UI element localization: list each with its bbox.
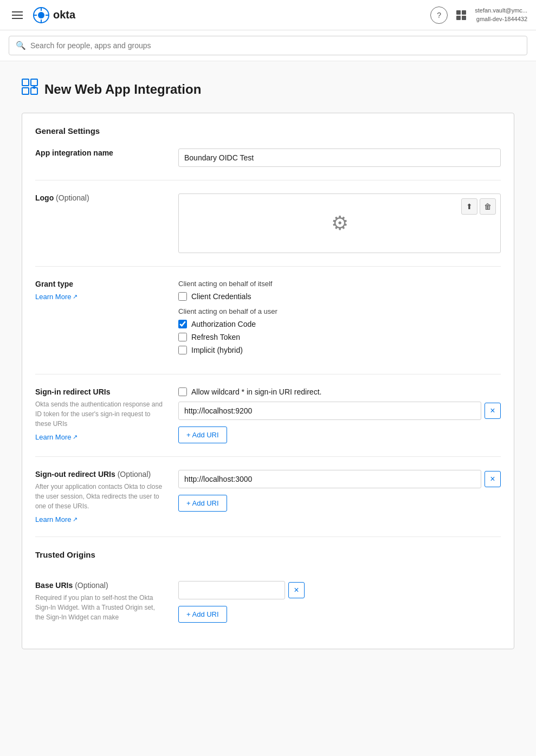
signin-redirect-label-col: Sign-in redirect URIs Okta sends the aut…	[35, 387, 165, 441]
logo-label-col: Logo (Optional)	[35, 193, 165, 202]
base-add-uri-button[interactable]: + Add URI	[178, 606, 227, 623]
signout-uri-input[interactable]	[178, 470, 481, 488]
signin-redirect-learn-more[interactable]: Learn More ↗	[35, 433, 78, 441]
app-name-label: App integration name	[35, 148, 165, 157]
implicit-label: Implicit (hybrid)	[191, 346, 243, 354]
signin-redirect-label: Sign-in redirect URIs	[35, 387, 165, 396]
app-name-row: App integration name	[35, 148, 501, 167]
logo-label: Logo (Optional)	[35, 193, 165, 202]
question-mark-icon: ?	[437, 11, 441, 20]
external-link-icon: ↗	[73, 293, 78, 300]
client-credentials-label: Client Credentials	[191, 292, 251, 301]
signin-add-uri-button[interactable]: + Add URI	[178, 427, 227, 443]
grant-user-behalf-label: Client acting on behalf of a user	[178, 307, 501, 315]
grant-type-label: Grant type	[35, 280, 165, 288]
grant-type-learn-more[interactable]: Learn More ↗	[35, 293, 78, 301]
user-email: stefan.vault@ymc...	[475, 7, 527, 15]
logo-delete-button[interactable]: 🗑	[480, 198, 496, 215]
svg-rect-8	[22, 88, 29, 94]
search-input[interactable]	[30, 41, 520, 50]
wildcard-checkbox[interactable]	[178, 387, 187, 396]
page-title-icon	[22, 79, 39, 100]
signin-redirect-desc: Okta sends the authentication response a…	[35, 399, 165, 429]
signout-redirect-label: Sign-out redirect URIs (Optional)	[35, 470, 165, 479]
wildcard-row: Allow wildcard * in sign-in URI redirect…	[178, 387, 501, 396]
wildcard-label: Allow wildcard * in sign-in URI redirect…	[191, 387, 321, 396]
refresh-token-label: Refresh Token	[191, 333, 240, 341]
base-uris-row-inner: Base URIs (Optional) Required if you pla…	[35, 581, 305, 623]
app-name-control-col	[178, 148, 501, 167]
grant-type-label-col: Grant type Learn More ↗	[35, 280, 165, 301]
form-card: General Settings App integration name Lo…	[22, 113, 514, 649]
signout-redirect-control-col: × + Add URI	[178, 470, 501, 512]
user-info: stefan.vault@ymc... gmall-dev-1844432	[475, 7, 527, 23]
general-settings-title: General Settings	[35, 126, 501, 135]
grant-client-credentials-option: Client Credentials	[178, 292, 501, 301]
logo-upload-area: ⬆ 🗑 ⚙	[178, 193, 501, 253]
page-title: New Web App Integration	[44, 82, 201, 97]
base-uris-label-col: Base URIs (Optional) Required if you pla…	[35, 581, 165, 622]
external-link-icon-signin: ↗	[73, 434, 78, 441]
page-content: New Web App Integration General Settings…	[0, 61, 536, 667]
apps-grid-button[interactable]	[456, 10, 466, 20]
base-uri-remove-button[interactable]: ×	[288, 582, 305, 598]
signout-uri-remove-button[interactable]: ×	[485, 471, 501, 487]
logo-text: okta	[53, 9, 75, 21]
signin-uri-input[interactable]	[178, 402, 481, 420]
svg-point-1	[38, 12, 44, 18]
page-title-row: New Web App Integration	[22, 79, 514, 100]
signout-redirect-label-col: Sign-out redirect URIs (Optional) After …	[35, 470, 165, 524]
remove-icon-base: ×	[294, 585, 299, 595]
help-button[interactable]: ?	[430, 7, 448, 24]
signin-redirect-control-col: Allow wildcard * in sign-in URI redirect…	[178, 387, 501, 443]
external-link-icon-signout: ↗	[73, 516, 78, 523]
signin-redirect-row: Sign-in redirect URIs Okta sends the aut…	[35, 374, 501, 443]
signout-redirect-desc: After your application contacts Okta to …	[35, 482, 165, 511]
auth-code-label: Authorization Code	[191, 320, 256, 328]
logo-control-col: ⬆ 🗑 ⚙	[178, 193, 501, 253]
base-uris-desc: Required if you plan to self-host the Ok…	[35, 593, 165, 622]
logo-row: Logo (Optional) ⬆ 🗑 ⚙	[35, 180, 501, 253]
hamburger-menu[interactable]	[9, 8, 26, 22]
okta-logo: okta	[33, 7, 75, 24]
logo-upload-btns: ⬆ 🗑	[461, 198, 496, 215]
grant-user-group: Client acting on behalf of a user Author…	[178, 307, 501, 354]
signout-redirect-learn-more[interactable]: Learn More ↗	[35, 515, 78, 524]
trusted-origins-title: Trusted Origins	[35, 550, 95, 559]
grant-type-control-col: Client acting on behalf of itself Client…	[178, 280, 501, 361]
refresh-token-checkbox[interactable]	[178, 333, 187, 341]
implicit-checkbox[interactable]	[178, 346, 187, 354]
signout-add-uri-button[interactable]: + Add URI	[178, 495, 227, 512]
search-bar-wrap: 🔍	[0, 30, 536, 61]
remove-icon: ×	[490, 406, 495, 416]
logo-upload-button[interactable]: ⬆	[461, 198, 477, 215]
signout-redirect-row: Sign-out redirect URIs (Optional) After …	[35, 456, 501, 524]
svg-rect-6	[22, 79, 29, 86]
nav-right: ? stefan.vault@ymc... gmall-dev-1844432	[430, 7, 527, 24]
logo-placeholder-icon: ⚙	[331, 212, 348, 235]
grant-refresh-token-option: Refresh Token	[178, 333, 501, 341]
top-nav: okta ? stefan.vault@ymc... gmall-dev-184…	[0, 0, 536, 30]
grant-client-behalf-label: Client acting on behalf of itself	[178, 280, 501, 288]
auth-code-checkbox[interactable]	[178, 320, 187, 328]
signout-uri-row: ×	[178, 470, 501, 488]
base-uri-row: ×	[178, 581, 305, 599]
search-icon: 🔍	[16, 41, 26, 50]
client-credentials-checkbox[interactable]	[178, 292, 187, 301]
okta-logo-icon	[33, 7, 50, 24]
grant-auth-code-option: Authorization Code	[178, 320, 501, 328]
base-uri-input[interactable]	[178, 581, 285, 599]
app-name-label-col: App integration name	[35, 148, 165, 157]
svg-rect-7	[31, 79, 37, 86]
user-org: gmall-dev-1844432	[475, 15, 527, 23]
grant-type-row: Grant type Learn More ↗ Client acting on…	[35, 266, 501, 361]
base-uris-label: Base URIs (Optional)	[35, 581, 165, 590]
grant-implicit-option: Implicit (hybrid)	[178, 346, 501, 354]
remove-icon-signout: ×	[490, 474, 495, 484]
app-name-input[interactable]	[178, 148, 501, 167]
base-uris-control-col: × + Add URI	[178, 581, 305, 623]
grant-client-group: Client acting on behalf of itself Client…	[178, 280, 501, 301]
signin-uri-remove-button[interactable]: ×	[485, 403, 501, 419]
trusted-origins-row: Trusted Origins Base URIs (Optional) Req…	[35, 537, 501, 623]
signin-uri-row: ×	[178, 402, 501, 420]
